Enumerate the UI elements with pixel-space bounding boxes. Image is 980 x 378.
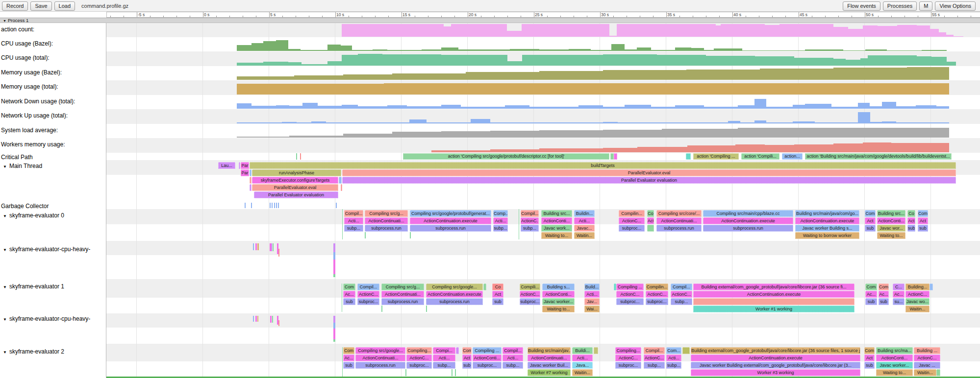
trace-block[interactable]: Build... [584,284,600,290]
trace-block[interactable]: Compil... [671,284,692,290]
trace-block[interactable]: subprocess.run [656,225,702,232]
trace-block[interactable]: subp... [433,362,455,369]
trace-block[interactable]: runAnalysisPhase [252,169,341,176]
trace-block[interactable]: su... [893,298,905,305]
trace-block[interactable]: Ac... [865,291,877,298]
counter-chart-cpu_total[interactable] [106,51,980,66]
trace-block[interactable]: Javac worker... [876,362,913,369]
trace-block[interactable]: Compil... [644,347,665,354]
trace-block[interactable]: Act [647,217,654,224]
trace-block[interactable]: ActionContinuati... [528,354,571,361]
trace-block[interactable]: Worker #1 working [693,306,854,312]
trace-block[interactable]: ActionContinuation.execute [703,217,793,224]
trace-block[interactable]: subproc... [619,225,645,232]
collapse-triangle-icon[interactable]: ▼ [3,285,7,289]
trace-block[interactable]: Compiling... [406,347,432,354]
trace-block[interactable]: Javac worker Building s... [795,225,859,232]
trace-block[interactable]: ActionC... [615,354,641,361]
trace-block[interactable]: Javac... [574,225,595,232]
track-label-main[interactable]: ▼Main Thread [0,160,106,169]
trace-block[interactable] [483,284,486,290]
trace-block[interactable]: Acti... [584,291,600,298]
trace-block[interactable]: Co [647,210,654,217]
collapse-triangle-icon[interactable]: ▼ [3,214,7,218]
trace-block[interactable]: Compil... [503,347,523,354]
trace-tick[interactable] [333,252,335,260]
trace-block[interactable]: Waitin... [574,232,595,239]
trace-block[interactable]: Compiling src/google... [355,347,405,354]
trace-block[interactable]: Com [343,284,355,290]
trace-block[interactable]: ActionC... [521,217,539,224]
trace-block[interactable]: Acti... [344,217,363,224]
trace-block[interactable]: Com [879,284,889,290]
trace-block[interactable]: ActionConti... [542,291,575,298]
trace-block[interactable]: ActionC... [357,291,379,298]
trace-block[interactable]: ActionContinuation.execute [410,217,491,224]
save-button[interactable]: Save [30,1,51,11]
track-label-cpuh2[interactable]: ▼skyframe-evaluator-cpu-heavy- [0,313,106,322]
trace-block[interactable]: Co [492,284,503,290]
collapse-triangle-icon[interactable]: ▼ [3,165,7,169]
trace-block[interactable]: Javac worker Building external/com_googl… [691,362,860,369]
trace-tick[interactable] [455,369,456,376]
trace-block[interactable]: Acti... [503,354,523,361]
trace-block[interactable]: subprocess.run [365,225,408,232]
trace-block[interactable]: action 'Compiling ... [693,153,739,160]
trace-block[interactable]: Acti... [666,354,681,361]
trace-block[interactable]: ActionC... [905,291,930,298]
trace-block[interactable]: Com... [666,347,681,354]
trace-tick[interactable] [273,243,274,251]
trace-block[interactable]: subprocess.run [410,225,491,232]
trace-block[interactable]: ParallelEvaluator.eval [342,169,956,176]
trace-tick[interactable] [296,153,297,160]
trace-block[interactable]: ActionContinuation.execute [795,217,859,224]
trace-block[interactable]: ActionContinuation.execute [426,291,483,298]
record-button[interactable]: Record [2,1,28,11]
trace-tick[interactable] [333,329,335,339]
trace-block[interactable]: subproc... [646,298,668,305]
trace-block[interactable]: Waiting to... [542,306,575,312]
view-options-button[interactable]: View Options [935,1,976,11]
trace-tick[interactable] [333,260,335,274]
trace-block[interactable]: Acti... [433,354,455,361]
trace-block[interactable] [456,347,459,354]
trace-block[interactable]: Waiting to... [541,232,572,239]
trace-block[interactable]: Act [865,217,876,224]
trace-block[interactable]: Com [343,347,354,354]
trace-tick[interactable] [255,243,257,250]
trace-block[interactable]: Com [462,347,472,354]
trace-block[interactable]: Comp... [493,210,508,217]
trace-block[interactable]: sub [879,298,889,305]
trace-block[interactable]: Waiting to borrow worker [795,232,859,239]
trace-tick[interactable] [333,316,335,323]
counter-chart-mem_total[interactable] [106,80,980,95]
trace-block[interactable]: ActionC... [616,291,644,298]
trace-tick[interactable] [278,203,279,208]
trace-block[interactable]: subproc... [615,362,641,369]
trace-block[interactable]: ActionContinuati... [381,291,424,298]
trace-block[interactable] [614,153,617,160]
trace-block[interactable]: ActionContinuation.execute [691,354,860,361]
trace-block[interactable]: ParallelEvaluator.eval [252,184,338,191]
trace-block[interactable]: Javac worker... [542,298,575,305]
trace-block[interactable]: Compiling src/g... [365,210,408,217]
trace-block[interactable]: Compiling src/google/protobuf/generat... [410,210,491,217]
trace-tick[interactable] [336,203,337,208]
trace-tick[interactable] [253,243,254,250]
trace-block[interactable]: ActionConti... [876,354,913,361]
time-ruler[interactable]: -5 s0 s5 s10 s15 s20 s25 s30 s35 s40 s45… [106,12,980,18]
collapse-triangle-icon[interactable]: ▼ [3,350,7,354]
trace-block[interactable]: Javac wor... [877,225,905,232]
trace-block[interactable]: Worker #7 working [528,369,571,376]
trace-tick[interactable] [272,203,273,208]
trace-tick[interactable] [253,316,254,322]
trace-block[interactable] [647,225,654,232]
trace-block[interactable]: sub [343,298,355,305]
trace-block[interactable]: ActionC... [914,354,940,361]
trace-tick[interactable] [257,243,259,250]
trace-block[interactable]: Act [864,354,875,361]
trace-block[interactable]: Compiling src/g... [381,284,424,290]
trace-tick[interactable] [333,274,335,277]
trace-tick[interactable] [342,284,342,312]
trace-block[interactable]: Javac worker Buil... [528,362,571,369]
